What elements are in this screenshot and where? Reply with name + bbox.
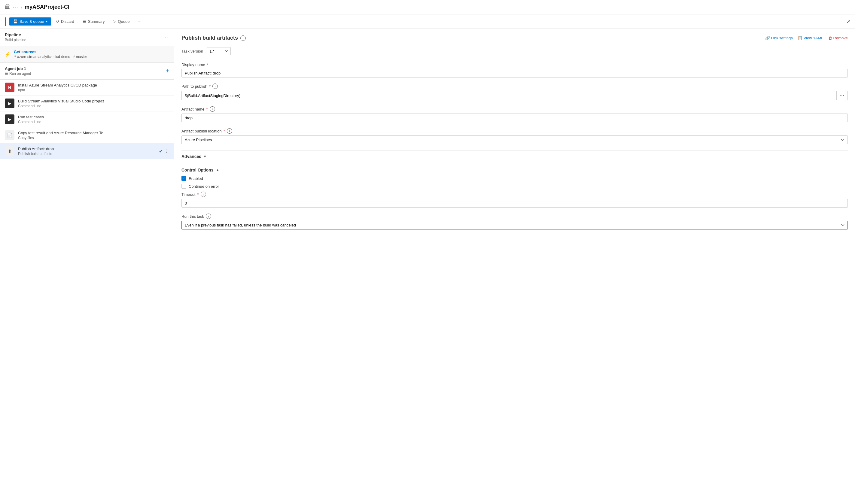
path-more-button[interactable]: ··· (836, 91, 848, 100)
save-queue-chevron: ▾ (46, 20, 48, 23)
cmd2-icon: ▶ (8, 117, 12, 122)
pipeline-header: Pipeline Build pipeline ··· (0, 29, 174, 46)
advanced-section-header[interactable]: Advanced ▾ (181, 150, 848, 162)
timeout-label: Timeout * i (181, 192, 848, 197)
toolbar-more-button[interactable]: ··· (134, 17, 145, 25)
add-task-button[interactable]: + (165, 68, 169, 74)
run-this-task-select[interactable]: Only when all previous tasks have succee… (181, 221, 848, 230)
continue-on-error-checkbox[interactable] (181, 184, 186, 188)
task-item-copy[interactable]: 📄 Copy test result and Azure Resource Ma… (0, 127, 174, 143)
artifact-name-input[interactable] (181, 113, 848, 122)
run-this-task-label: Run this task i (181, 214, 848, 219)
link-settings-button[interactable]: 🔗 Link settings (765, 36, 793, 40)
pipeline-more-dots[interactable]: ··· (163, 35, 169, 40)
run-this-task-info-icon[interactable]: i (206, 214, 211, 219)
artifact-name-field: Artifact name * i (181, 106, 848, 122)
test-task-title: Run test cases (18, 115, 169, 119)
path-to-publish-label: Path to publish * i (181, 84, 848, 89)
discard-icon: ↺ (56, 19, 59, 24)
build-task-content: Build Stream Analytics Visual Studio Cod… (18, 99, 169, 108)
right-panel-header: Publish build artifacts i 🔗 Link setting… (181, 35, 848, 41)
artifact-name-label: Artifact name * i (181, 106, 848, 112)
branch-icon: ⑂ (73, 55, 75, 59)
task-version-label: Task version (181, 49, 203, 53)
right-panel-title-row: Publish build artifacts i (181, 35, 246, 41)
artifact-publish-location-field: Artifact publish location * i Azure Pipe… (181, 128, 848, 144)
queue-button[interactable]: ▷ Queue (109, 17, 133, 25)
discard-label: Discard (61, 19, 74, 24)
test-task-icon: ▶ (5, 114, 14, 124)
display-name-label: Display name * (181, 62, 848, 67)
pipeline-title: Pipeline (5, 33, 26, 37)
task-more-dots[interactable]: ⋮ (165, 149, 169, 154)
app-icon: 🏛 (5, 4, 10, 10)
expand-icon[interactable]: ⤢ (846, 19, 850, 24)
npm-icon: N (8, 85, 11, 90)
queue-icon: ▷ (113, 19, 116, 24)
get-sources-content: Get sources ⑂ azure-streamanalytics-cicd… (14, 50, 87, 59)
view-yaml-button[interactable]: 📋 View YAML (798, 36, 823, 40)
copy-task-title: Copy test result and Azure Resource Mana… (18, 131, 169, 135)
artifact-name-info-icon[interactable]: i (210, 106, 215, 112)
upload-icon: ⬆ (8, 148, 12, 154)
page-title: myASAProject-CI (25, 4, 69, 10)
queue-label: Queue (118, 19, 129, 24)
summary-button[interactable]: ☰ Summary (79, 17, 108, 25)
test-task-content: Run test cases Command line (18, 115, 169, 124)
get-sources-branch: ⑂ master (73, 55, 87, 59)
save-queue-button[interactable]: 💾 Save & queue ▾ (9, 17, 51, 25)
get-sources-title: Get sources (14, 50, 87, 54)
nav-breadcrumb-chevron: › (21, 5, 22, 10)
install-task-subtitle: npm (18, 88, 169, 92)
task-version-select[interactable]: 1.* 2.* (207, 47, 231, 55)
install-task-title: Install Azure Stream Analytics CI/CD pac… (18, 83, 169, 87)
timeout-field: Timeout * i (181, 192, 848, 208)
left-panel: Pipeline Build pipeline ··· ⚡ Get source… (0, 29, 174, 504)
agent-job-subtitle: ☰ Run on agent (5, 71, 31, 76)
top-nav: 🏛 ··· › myASAProject-CI (0, 0, 855, 14)
discard-button[interactable]: ↺ Discard (52, 17, 78, 25)
copy-task-subtitle: Copy files (18, 136, 169, 140)
publish-task-content: Publish Artifact: drop Publish build art… (18, 147, 155, 156)
install-task-content: Install Azure Stream Analytics CI/CD pac… (18, 83, 169, 92)
path-to-publish-input[interactable] (181, 91, 836, 100)
remove-button[interactable]: 🗑 Remove (828, 36, 848, 40)
nav-more-dots[interactable]: ··· (13, 4, 18, 10)
build-task-subtitle: Command line (18, 104, 169, 108)
timeout-input[interactable] (181, 199, 848, 208)
toolbar-accent (5, 17, 6, 26)
test-task-subtitle: Command line (18, 120, 169, 124)
artifact-name-required: * (207, 107, 208, 111)
display-name-field: Display name * (181, 62, 848, 77)
artifact-publish-location-required: * (224, 129, 225, 133)
enabled-checkbox[interactable]: ✓ (181, 176, 186, 181)
task-item-build[interactable]: ▶ Build Stream Analytics Visual Studio C… (0, 95, 174, 111)
display-name-required: * (207, 62, 209, 67)
control-options-section-header[interactable]: Control Options ▲ (181, 164, 848, 176)
task-version-row: Task version 1.* 2.* (181, 47, 848, 55)
artifact-publish-location-info-icon[interactable]: i (227, 128, 232, 134)
task-item-install[interactable]: N Install Azure Stream Analytics CI/CD p… (0, 79, 174, 95)
publish-task-icon: ⬆ (5, 146, 14, 156)
title-info-icon[interactable]: i (241, 35, 246, 41)
timeout-info-icon[interactable]: i (201, 192, 206, 197)
task-item-publish[interactable]: ⬆ Publish Artifact: drop Publish build a… (0, 143, 174, 159)
artifact-publish-location-select[interactable]: Azure Pipelines File share (181, 136, 848, 144)
get-sources-repo: ⑂ azure-streamanalytics-cicd-demo (14, 55, 70, 59)
control-options-label: Control Options (181, 167, 214, 173)
publish-task-title: Publish Artifact: drop (18, 147, 155, 151)
path-to-publish-field: Path to publish * i ··· (181, 84, 848, 100)
control-options-chevron: ▲ (216, 168, 219, 172)
get-sources-icon: ⚡ (5, 51, 11, 57)
remove-icon: 🗑 (828, 36, 832, 40)
get-sources-row[interactable]: ⚡ Get sources ⑂ azure-streamanalytics-ci… (0, 46, 174, 63)
path-to-publish-input-group: ··· (181, 91, 848, 100)
task-check-icon: ✔ (159, 148, 163, 154)
right-panel-actions: 🔗 Link settings 📋 View YAML 🗑 Remove (765, 36, 848, 40)
display-name-input[interactable] (181, 69, 848, 77)
advanced-label: Advanced (181, 154, 201, 159)
advanced-chevron: ▾ (204, 155, 206, 159)
repo-icon: ⑂ (14, 55, 16, 59)
path-info-icon[interactable]: i (212, 84, 218, 89)
task-item-test[interactable]: ▶ Run test cases Command line (0, 111, 174, 127)
